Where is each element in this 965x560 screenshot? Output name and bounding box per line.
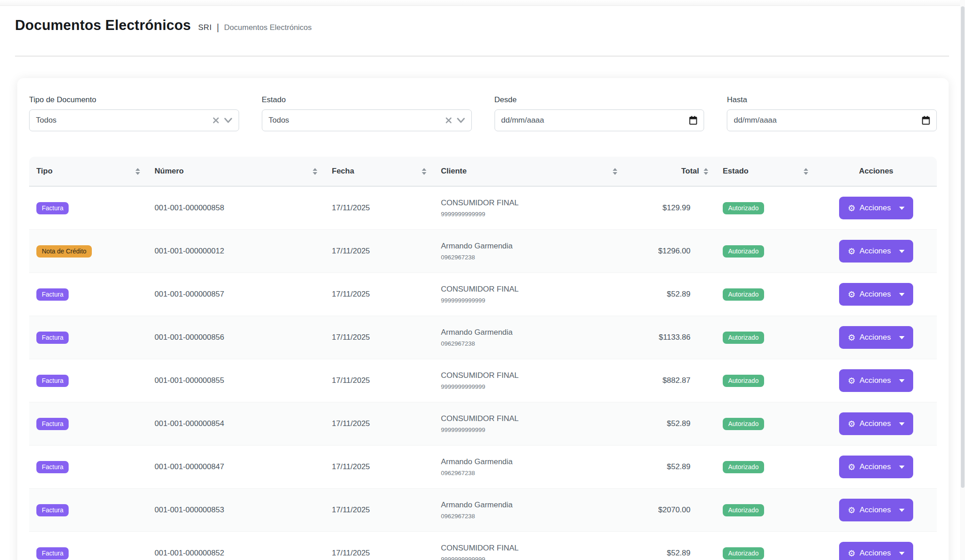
fecha-cell: 17/11/2025 [325,333,434,342]
estado-badge: Autorizado [723,202,764,214]
desde-date-field[interactable] [495,109,705,131]
breadcrumb: SRI | Documentos Electrónicos [198,22,312,32]
row-actions-button[interactable]: ⚙ Acciones [839,542,913,560]
chevron-down-icon[interactable] [224,118,232,123]
cliente-id: 9999999999999 [441,297,519,304]
total-cell: $52.89 [625,549,715,558]
numero-cell: 001-001-000000852 [147,549,325,558]
clear-icon[interactable] [445,117,452,124]
top-navbar-shadow [0,0,965,6]
total-cell: $2070.00 [625,505,715,515]
row-actions-button-label: Acciones [860,549,891,558]
gear-icon: ⚙ [848,333,855,342]
hasta-date-field[interactable] [727,109,937,131]
cliente-name: Armando Garmendia [441,501,513,510]
tipo-documento-select[interactable]: Todos [29,109,239,131]
sort-icon[interactable] [804,168,808,175]
numero-cell: 001-001-000000857 [147,290,325,299]
gear-icon: ⚙ [848,377,855,385]
gear-icon: ⚙ [848,549,855,558]
estado-badge: Autorizado [723,418,764,430]
cliente-name: CONSUMIDOR FINAL [441,544,519,553]
filter-estado-label: Estado [262,95,472,104]
filter-estado: Estado Todos [262,95,472,131]
column-header-total[interactable]: Total [625,167,715,176]
filter-hasta: Hasta [727,95,937,131]
page-title: Documentos Electrónicos [15,17,191,34]
clear-icon[interactable] [212,117,220,124]
tipo-documento-value: Todos [36,116,212,125]
sort-icon[interactable] [422,168,426,175]
cliente-id: 9999999999999 [441,211,519,218]
tipo-badge: Factura [36,375,69,387]
cliente-id: 9999999999999 [441,426,519,433]
gear-icon: ⚙ [848,463,855,471]
row-actions-button[interactable]: ⚙ Acciones [839,499,913,521]
estado-select[interactable]: Todos [262,109,472,131]
sort-icon[interactable] [613,168,617,175]
column-header-acciones: Acciones [815,167,937,176]
total-cell: $882.87 [625,376,715,385]
total-cell: $52.89 [625,290,715,299]
row-actions-button[interactable]: ⚙ Acciones [839,240,913,263]
total-cell: $1133.86 [625,333,715,342]
column-header-tipo[interactable]: Tipo [29,167,147,176]
filter-desde: Desde [495,95,705,131]
hasta-date-input[interactable] [734,116,922,125]
cliente-name: CONSUMIDOR FINAL [441,285,519,294]
cliente-id: 0962967238 [441,340,513,347]
estado-badge: Autorizado [723,245,764,258]
cliente-cell: Armando Garmendia 0962967238 [441,242,513,261]
row-actions-button[interactable]: ⚙ Acciones [839,197,913,219]
total-cell: $52.89 [625,419,715,428]
caret-down-icon [899,552,905,555]
documents-card: Tipo de Documento Todos Estado Todos [17,78,949,560]
cliente-cell: CONSUMIDOR FINAL 9999999999999 [441,285,519,304]
column-header-estado[interactable]: Estado [715,167,815,176]
cliente-cell: Armando Garmendia 0962967238 [441,328,513,347]
column-header-numero[interactable]: Número [147,167,325,176]
calendar-icon[interactable] [689,116,697,125]
row-actions-button[interactable]: ⚙ Acciones [839,369,913,392]
table-row: Factura 001-001-000000847 17/11/2025 Arm… [29,446,937,489]
filter-hasta-label: Hasta [727,95,937,104]
table-body: Factura 001-001-000000858 17/11/2025 CON… [29,187,937,560]
table-row: Factura 001-001-000000856 17/11/2025 Arm… [29,316,937,359]
numero-cell: 001-001-000000847 [147,462,325,471]
desde-date-input[interactable] [501,116,690,125]
tipo-badge: Nota de Crédito [36,245,92,258]
vertical-scrollbar[interactable] [960,0,965,560]
row-actions-button[interactable]: ⚙ Acciones [839,412,913,435]
caret-down-icon [899,422,905,426]
row-actions-button[interactable]: ⚙ Acciones [839,456,913,478]
gear-icon: ⚙ [848,247,855,256]
sort-icon[interactable] [135,168,140,175]
column-header-fecha[interactable]: Fecha [325,167,434,176]
table-row: Factura 001-001-000000855 17/11/2025 CON… [29,359,937,402]
table-row: Factura 001-001-000000852 17/11/2025 CON… [29,532,937,560]
cliente-name: Armando Garmendia [441,242,513,251]
filter-desde-label: Desde [495,95,705,104]
calendar-icon[interactable] [922,116,930,125]
fecha-cell: 17/11/2025 [325,462,434,471]
cliente-cell: CONSUMIDOR FINAL 9999999999999 [441,371,519,390]
sort-icon[interactable] [313,168,317,175]
sort-icon[interactable] [704,168,708,175]
column-header-cliente[interactable]: Cliente [434,167,625,176]
scrollbar-thumb[interactable] [961,6,965,488]
row-actions-button[interactable]: ⚙ Acciones [839,283,913,306]
gear-icon: ⚙ [848,506,855,515]
numero-cell: 001-001-000000855 [147,376,325,385]
page-header: Documentos Electrónicos SRI | Documentos… [15,17,945,34]
row-actions-button-label: Acciones [860,203,891,213]
row-actions-button-label: Acciones [860,505,891,515]
estado-badge: Autorizado [723,332,764,344]
row-actions-button[interactable]: ⚙ Acciones [839,326,913,349]
caret-down-icon [899,466,905,469]
breadcrumb-separator: | [217,22,219,33]
tipo-badge: Factura [36,418,69,430]
row-actions-button-label: Acciones [860,333,891,342]
filters-bar: Tipo de Documento Todos Estado Todos [29,95,937,131]
tipo-badge: Factura [36,288,69,301]
chevron-down-icon[interactable] [457,118,465,123]
